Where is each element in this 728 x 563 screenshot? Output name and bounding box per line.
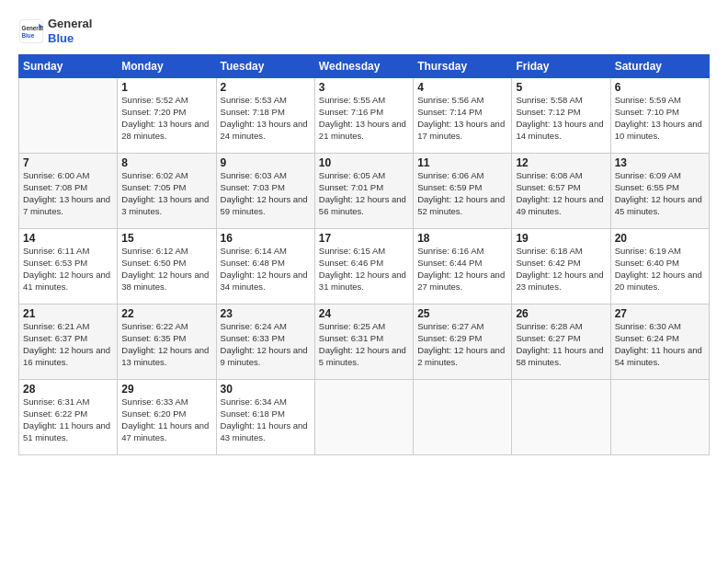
day-info: Sunrise: 5:59 AM Sunset: 7:10 PM Dayligh… [615, 95, 705, 142]
calendar-cell [414, 380, 512, 455]
calendar-header-tuesday: Tuesday [216, 55, 314, 78]
day-info: Sunrise: 6:22 AM Sunset: 6:35 PM Dayligh… [121, 321, 211, 368]
calendar-cell: 14Sunrise: 6:11 AM Sunset: 6:53 PM Dayli… [19, 229, 118, 304]
calendar-header-monday: Monday [118, 55, 216, 78]
day-number: 7 [23, 156, 113, 169]
day-number: 18 [417, 232, 507, 245]
day-number: 17 [319, 232, 409, 245]
day-info: Sunrise: 6:25 AM Sunset: 6:31 PM Dayligh… [319, 321, 409, 368]
day-number: 30 [221, 383, 311, 396]
day-info: Sunrise: 6:34 AM Sunset: 6:18 PM Dayligh… [221, 396, 311, 443]
day-info: Sunrise: 6:05 AM Sunset: 7:01 PM Dayligh… [319, 170, 409, 217]
day-info: Sunrise: 5:56 AM Sunset: 7:14 PM Dayligh… [417, 95, 507, 142]
calendar-week-row: 14Sunrise: 6:11 AM Sunset: 6:53 PM Dayli… [19, 229, 710, 304]
logo-icon: General Blue [18, 18, 44, 44]
day-number: 6 [615, 81, 705, 94]
calendar-cell: 2Sunrise: 5:53 AM Sunset: 7:18 PM Daylig… [216, 78, 314, 154]
calendar-cell: 9Sunrise: 6:03 AM Sunset: 7:03 PM Daylig… [216, 154, 314, 229]
calendar-cell: 4Sunrise: 5:56 AM Sunset: 7:14 PM Daylig… [414, 78, 512, 154]
calendar-cell: 30Sunrise: 6:34 AM Sunset: 6:18 PM Dayli… [216, 380, 314, 455]
calendar-header-row: SundayMondayTuesdayWednesdayThursdayFrid… [19, 55, 710, 78]
day-info: Sunrise: 6:16 AM Sunset: 6:44 PM Dayligh… [417, 246, 507, 293]
calendar-cell: 12Sunrise: 6:08 AM Sunset: 6:57 PM Dayli… [512, 154, 610, 229]
calendar-week-row: 7Sunrise: 6:00 AM Sunset: 7:08 PM Daylig… [19, 154, 710, 229]
calendar-week-row: 1Sunrise: 5:52 AM Sunset: 7:20 PM Daylig… [19, 78, 710, 154]
svg-rect-0 [19, 19, 42, 42]
day-number: 15 [121, 232, 211, 245]
day-number: 1 [121, 81, 211, 94]
calendar-cell: 15Sunrise: 6:12 AM Sunset: 6:50 PM Dayli… [118, 229, 216, 304]
calendar-cell: 6Sunrise: 5:59 AM Sunset: 7:10 PM Daylig… [610, 78, 709, 154]
page: General Blue General Blue SundayMondayTu… [0, 0, 728, 563]
calendar-header-wednesday: Wednesday [314, 55, 413, 78]
day-number: 28 [23, 383, 113, 396]
day-number: 3 [319, 81, 409, 94]
calendar-cell: 26Sunrise: 6:28 AM Sunset: 6:27 PM Dayli… [512, 304, 610, 380]
header: General Blue General Blue [18, 17, 710, 45]
day-number: 2 [221, 81, 311, 94]
day-info: Sunrise: 6:08 AM Sunset: 6:57 PM Dayligh… [516, 170, 606, 217]
calendar-cell: 23Sunrise: 6:24 AM Sunset: 6:33 PM Dayli… [216, 304, 314, 380]
calendar-cell: 24Sunrise: 6:25 AM Sunset: 6:31 PM Dayli… [314, 304, 413, 380]
day-info: Sunrise: 6:15 AM Sunset: 6:46 PM Dayligh… [319, 246, 409, 293]
day-info: Sunrise: 6:33 AM Sunset: 6:20 PM Dayligh… [121, 396, 211, 443]
day-number: 21 [23, 307, 113, 320]
calendar-cell: 29Sunrise: 6:33 AM Sunset: 6:20 PM Dayli… [118, 380, 216, 455]
day-number: 10 [319, 156, 409, 169]
day-number: 26 [516, 307, 606, 320]
calendar-cell: 21Sunrise: 6:21 AM Sunset: 6:37 PM Dayli… [19, 304, 118, 380]
day-info: Sunrise: 6:11 AM Sunset: 6:53 PM Dayligh… [23, 246, 113, 293]
day-number: 16 [221, 232, 311, 245]
calendar-cell: 10Sunrise: 6:05 AM Sunset: 7:01 PM Dayli… [314, 154, 413, 229]
day-number: 13 [615, 156, 705, 169]
day-number: 22 [121, 307, 211, 320]
day-info: Sunrise: 6:30 AM Sunset: 6:24 PM Dayligh… [615, 321, 705, 368]
logo-blue-text: Blue [48, 31, 92, 46]
day-number: 9 [221, 156, 311, 169]
calendar-cell: 20Sunrise: 6:19 AM Sunset: 6:40 PM Dayli… [610, 229, 709, 304]
calendar-cell: 11Sunrise: 6:06 AM Sunset: 6:59 PM Dayli… [414, 154, 512, 229]
day-number: 24 [319, 307, 409, 320]
day-info: Sunrise: 6:31 AM Sunset: 6:22 PM Dayligh… [23, 396, 113, 443]
day-info: Sunrise: 5:53 AM Sunset: 7:18 PM Dayligh… [221, 95, 311, 142]
day-info: Sunrise: 6:27 AM Sunset: 6:29 PM Dayligh… [417, 321, 507, 368]
day-number: 29 [121, 383, 211, 396]
calendar-cell: 3Sunrise: 5:55 AM Sunset: 7:16 PM Daylig… [314, 78, 413, 154]
day-number: 27 [615, 307, 705, 320]
calendar-cell: 8Sunrise: 6:02 AM Sunset: 7:05 PM Daylig… [118, 154, 216, 229]
logo: General Blue General Blue [18, 17, 92, 45]
day-number: 19 [516, 232, 606, 245]
calendar-cell: 5Sunrise: 5:58 AM Sunset: 7:12 PM Daylig… [512, 78, 610, 154]
day-number: 5 [516, 81, 606, 94]
calendar-cell: 28Sunrise: 6:31 AM Sunset: 6:22 PM Dayli… [19, 380, 118, 455]
calendar-cell [512, 380, 610, 455]
calendar-cell [610, 380, 709, 455]
day-info: Sunrise: 6:28 AM Sunset: 6:27 PM Dayligh… [516, 321, 606, 368]
day-info: Sunrise: 6:09 AM Sunset: 6:55 PM Dayligh… [615, 170, 705, 217]
day-info: Sunrise: 6:12 AM Sunset: 6:50 PM Dayligh… [121, 246, 211, 293]
day-info: Sunrise: 6:14 AM Sunset: 6:48 PM Dayligh… [221, 246, 311, 293]
day-info: Sunrise: 5:55 AM Sunset: 7:16 PM Dayligh… [319, 95, 409, 142]
day-info: Sunrise: 6:06 AM Sunset: 6:59 PM Dayligh… [417, 170, 507, 217]
calendar-header-thursday: Thursday [414, 55, 512, 78]
day-number: 4 [417, 81, 507, 94]
calendar-header-sunday: Sunday [19, 55, 118, 78]
calendar-week-row: 28Sunrise: 6:31 AM Sunset: 6:22 PM Dayli… [19, 380, 710, 455]
day-number: 25 [417, 307, 507, 320]
day-info: Sunrise: 6:00 AM Sunset: 7:08 PM Dayligh… [23, 170, 113, 217]
calendar-cell: 25Sunrise: 6:27 AM Sunset: 6:29 PM Dayli… [414, 304, 512, 380]
calendar-cell [314, 380, 413, 455]
day-info: Sunrise: 6:19 AM Sunset: 6:40 PM Dayligh… [615, 246, 705, 293]
day-number: 20 [615, 232, 705, 245]
day-info: Sunrise: 6:24 AM Sunset: 6:33 PM Dayligh… [221, 321, 311, 368]
calendar-cell: 22Sunrise: 6:22 AM Sunset: 6:35 PM Dayli… [118, 304, 216, 380]
calendar-header-friday: Friday [512, 55, 610, 78]
day-number: 14 [23, 232, 113, 245]
calendar-cell: 7Sunrise: 6:00 AM Sunset: 7:08 PM Daylig… [19, 154, 118, 229]
day-number: 11 [417, 156, 507, 169]
day-info: Sunrise: 6:18 AM Sunset: 6:42 PM Dayligh… [516, 246, 606, 293]
calendar-cell: 16Sunrise: 6:14 AM Sunset: 6:48 PM Dayli… [216, 229, 314, 304]
calendar-cell: 1Sunrise: 5:52 AM Sunset: 7:20 PM Daylig… [118, 78, 216, 154]
calendar-cell: 27Sunrise: 6:30 AM Sunset: 6:24 PM Dayli… [610, 304, 709, 380]
day-number: 23 [221, 307, 311, 320]
